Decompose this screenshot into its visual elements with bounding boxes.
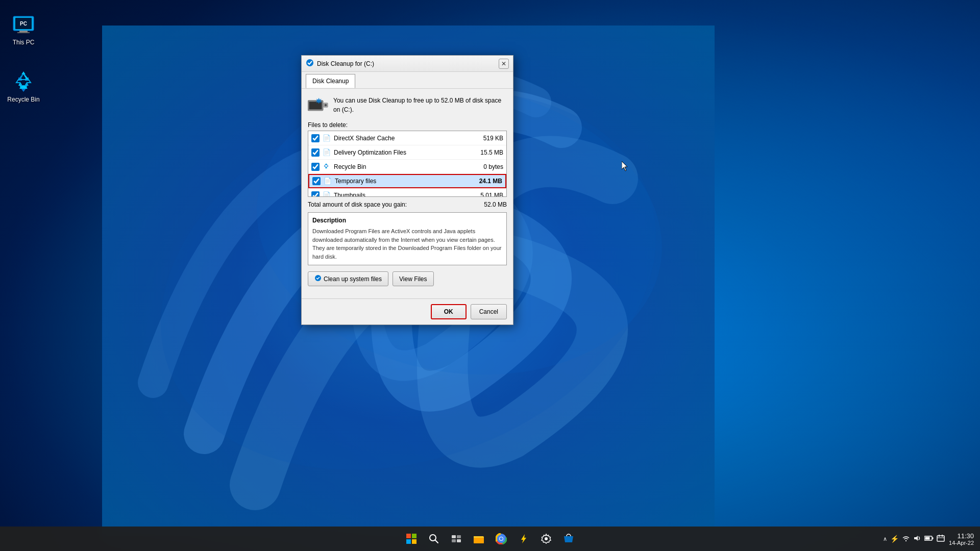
desktop-icon-this-pc[interactable]: PC This PC xyxy=(3,10,44,48)
cancel-label: Cancel xyxy=(479,308,498,315)
dialog-titlebar: Disk Cleanup for (C:) ✕ xyxy=(302,56,513,72)
svg-rect-35 xyxy=(933,537,934,539)
file-icon-temp: 📄 xyxy=(324,177,332,185)
svg-rect-18 xyxy=(412,539,416,544)
dialog-tabs: Disk Cleanup xyxy=(302,72,513,89)
svg-point-13 xyxy=(325,105,327,106)
cleanup-icon xyxy=(314,274,322,283)
taskbar-task-view-button[interactable] xyxy=(446,529,467,549)
view-files-label: View Files xyxy=(399,276,427,283)
this-pc-label: This PC xyxy=(13,39,35,46)
svg-text:PC: PC xyxy=(20,21,27,27)
taskbar-store-button[interactable] xyxy=(558,529,579,549)
svg-rect-17 xyxy=(406,539,411,544)
dialog-close-button[interactable]: ✕ xyxy=(499,59,509,69)
svg-rect-21 xyxy=(452,535,456,538)
file-name-directx: DirectX Shader Cache xyxy=(334,135,483,142)
taskbar-settings-button[interactable] xyxy=(536,529,556,549)
tray-volume[interactable] xyxy=(913,535,921,543)
file-size-recycle: 0 bytes xyxy=(483,163,503,170)
file-size-delivery: 15.5 MB xyxy=(480,149,503,156)
recycle-bin-icon xyxy=(11,69,36,94)
view-files-button[interactable]: View Files xyxy=(393,271,433,286)
svg-rect-36 xyxy=(925,537,930,539)
total-space-label: Total amount of disk space you gain: xyxy=(308,201,407,208)
clock-time: 11:30 xyxy=(949,532,974,540)
file-checkbox-recycle[interactable] xyxy=(311,163,320,171)
file-checkbox-delivery[interactable] xyxy=(311,148,320,157)
taskbar-thunder-button[interactable] xyxy=(513,529,534,549)
recycle-bin-label: Recycle Bin xyxy=(7,96,39,103)
file-row-recycle-bin[interactable]: Recycle Bin 0 bytes xyxy=(308,160,506,174)
tray-battery[interactable] xyxy=(924,535,934,543)
file-checkbox-directx[interactable] xyxy=(311,134,320,142)
dialog-title-text: Disk Cleanup for (C:) xyxy=(317,60,374,67)
dialog-footer: OK Cancel xyxy=(302,298,513,324)
file-checkbox-temp[interactable] xyxy=(312,177,321,185)
file-size-directx: 519 KB xyxy=(483,135,503,142)
file-icon-thumbnails: 📄 xyxy=(323,191,331,197)
desktop-icon-recycle-bin[interactable]: Recycle Bin xyxy=(3,67,44,105)
total-space-value: 52.0 MB xyxy=(484,201,507,208)
file-row-directx[interactable]: 📄 DirectX Shader Cache 519 KB xyxy=(308,131,506,145)
tray-wifi[interactable] xyxy=(902,535,910,543)
svg-rect-15 xyxy=(406,534,411,538)
svg-rect-10 xyxy=(309,102,322,109)
svg-point-33 xyxy=(545,537,548,540)
description-title: Description xyxy=(312,217,502,224)
file-row-thumbnails[interactable]: 📄 Thumbnails 5.01 MB xyxy=(308,188,506,197)
svg-rect-16 xyxy=(412,534,416,538)
disk-cleanup-desc-text: You can use Disk Cleanup to free up to 5… xyxy=(333,96,507,114)
dialog-actions: Clean up system files View Files xyxy=(308,271,507,286)
svg-rect-37 xyxy=(937,536,944,541)
tray-chevron[interactable]: ∧ xyxy=(883,536,887,542)
svg-rect-23 xyxy=(452,539,456,542)
ok-button[interactable]: OK xyxy=(431,304,467,319)
tray-date-notification[interactable] xyxy=(937,535,945,543)
dialog-title-icon xyxy=(306,59,314,69)
file-name-thumbnails: Thumbnails xyxy=(334,192,480,197)
files-to-delete-label: Files to delete: xyxy=(308,121,507,129)
taskbar-right: ∧ ⚡ xyxy=(883,532,974,546)
svg-rect-5 xyxy=(19,31,28,32)
file-icon-delivery: 📄 xyxy=(323,148,331,157)
taskbar-file-explorer-button[interactable] xyxy=(469,529,489,549)
disk-cleanup-header-icon xyxy=(308,95,328,115)
cancel-button[interactable]: Cancel xyxy=(471,304,507,319)
taskbar-center xyxy=(401,529,579,549)
ok-label: OK xyxy=(444,308,453,315)
file-name-temp: Temporary files xyxy=(335,178,479,185)
file-icon-directx: 📄 xyxy=(323,134,331,142)
disk-cleanup-description: You can use Disk Cleanup to free up to 5… xyxy=(333,96,507,114)
cleanup-button-label: Clean up system files xyxy=(324,276,382,283)
files-list[interactable]: 📄 DirectX Shader Cache 519 KB 📄 Delivery… xyxy=(308,131,507,197)
file-row-delivery[interactable]: 📄 Delivery Optimization Files 15.5 MB xyxy=(308,145,506,160)
svg-line-20 xyxy=(435,540,438,543)
system-tray: ∧ ⚡ xyxy=(883,535,945,543)
desktop: PC This PC xyxy=(0,0,980,551)
disk-cleanup-dialog: Disk Cleanup for (C:) ✕ Disk Cleanup xyxy=(301,55,513,325)
file-icon-recycle xyxy=(323,163,331,171)
tray-lightning: ⚡ xyxy=(890,535,899,543)
cleanup-system-files-button[interactable]: Clean up system files xyxy=(308,271,388,286)
svg-rect-26 xyxy=(474,538,484,543)
svg-rect-24 xyxy=(457,539,461,542)
this-pc-icon: PC xyxy=(11,12,36,37)
taskbar-search-button[interactable] xyxy=(424,529,444,549)
svg-point-32 xyxy=(500,537,503,540)
file-name-recycle: Recycle Bin xyxy=(334,163,483,170)
svg-rect-6 xyxy=(17,32,30,33)
file-checkbox-thumbnails[interactable] xyxy=(311,191,320,197)
description-text: Downloaded Program Files are ActiveX con… xyxy=(312,227,502,261)
taskbar: ∧ ⚡ xyxy=(0,527,980,551)
taskbar-chrome-button[interactable] xyxy=(491,529,511,549)
file-row-temp[interactable]: 📄 Temporary files 24.1 MB xyxy=(308,174,506,188)
file-name-delivery: Delivery Optimization Files xyxy=(334,149,480,156)
svg-rect-22 xyxy=(457,535,461,538)
total-space-row: Total amount of disk space you gain: 52.… xyxy=(308,201,507,208)
disk-cleanup-header: You can use Disk Cleanup to free up to 5… xyxy=(308,95,507,115)
clock[interactable]: 11:30 14-Apr-22 xyxy=(949,532,974,546)
disk-cleanup-tab[interactable]: Disk Cleanup xyxy=(306,74,355,88)
taskbar-start-button[interactable] xyxy=(401,529,422,549)
dialog-title-area: Disk Cleanup for (C:) xyxy=(306,59,374,69)
